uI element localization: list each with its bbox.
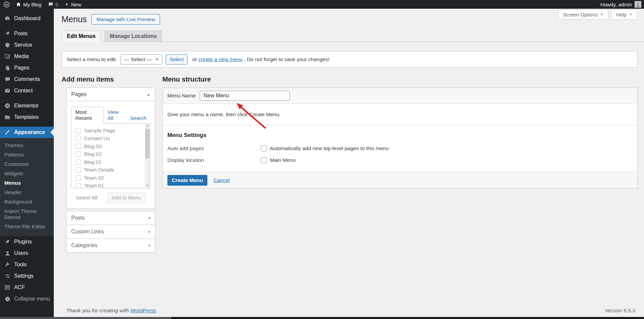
or-text: or xyxy=(192,56,197,62)
checkbox[interactable] xyxy=(76,175,81,181)
home-icon xyxy=(16,2,21,7)
add-menu-items-heading: Add menu items xyxy=(62,76,155,83)
appearance-submenu: Themes Patterns Customize Widgets Menus … xyxy=(0,138,54,236)
list-item: Blog 03 xyxy=(72,142,150,150)
sidebar-item-elementor[interactable]: Elementor xyxy=(0,100,54,111)
footer-thanks: Thank you for creating with WordPress. xyxy=(66,308,157,314)
tab-view-all[interactable]: View All xyxy=(104,107,126,123)
custom-links-panel-header[interactable]: Custom Links ▾ xyxy=(66,225,155,239)
wordpress-link[interactable]: WordPress xyxy=(130,308,156,313)
collapse-arrow-icon xyxy=(4,295,11,302)
envelope-icon xyxy=(4,87,11,94)
user-icon xyxy=(4,250,11,257)
menu-select-dropdown[interactable]: — Select — xyxy=(120,54,162,64)
wordpress-logo-icon[interactable]: W xyxy=(0,0,12,9)
sidebar-item-plugins[interactable]: Plugins xyxy=(0,236,54,247)
cancel-link[interactable]: Cancel xyxy=(213,177,230,183)
select-menu-button[interactable]: Select xyxy=(166,54,188,64)
page-title: Menus xyxy=(62,14,87,24)
sidebar-item-tools[interactable]: Tools xyxy=(0,259,54,270)
sidebar-item-media[interactable]: Media xyxy=(0,51,54,62)
sidebar-item-acf[interactable]: ACF xyxy=(0,282,54,293)
checkbox[interactable] xyxy=(76,144,81,149)
submenu-item-header[interactable]: Header xyxy=(0,188,54,197)
sidebar: Dashboard Posts Service Media Pages Comm… xyxy=(0,9,54,317)
main-content: Screen Options ▼ Help ▼ Menus Manage wit… xyxy=(54,9,644,317)
menu-select-bar: Select a menu to edit: — Select — Select… xyxy=(62,51,638,67)
tab-search[interactable]: Search xyxy=(126,113,150,123)
sidebar-item-posts[interactable]: Posts xyxy=(0,28,54,39)
submenu-item-themes[interactable]: Themes xyxy=(0,141,54,150)
submenu-item-theme-file-editor[interactable]: Theme File Editor xyxy=(0,222,54,231)
scrollbar[interactable]: ▲ ▼ xyxy=(145,124,150,188)
acf-table-icon xyxy=(4,284,11,291)
scroll-down-icon[interactable]: ▼ xyxy=(145,183,150,188)
posts-panel-header[interactable]: Posts ▾ xyxy=(66,211,155,225)
tab-manage-locations[interactable]: Manage Locations xyxy=(105,31,162,42)
chevron-up-icon: ▲ xyxy=(147,92,150,96)
auto-add-pages-checkbox-label: Automatically add new top-level pages to… xyxy=(270,145,389,151)
admin-bar-comments[interactable]: 0 xyxy=(45,0,62,9)
auto-add-pages-checkbox[interactable] xyxy=(261,145,267,151)
menu-helper-text: Give your menu a name, then click Create… xyxy=(163,104,637,125)
manage-live-preview-button[interactable]: Manage with Live Preview xyxy=(91,14,160,25)
screen-options-button[interactable]: Screen Options ▼ xyxy=(558,9,608,19)
sidebar-item-users[interactable]: Users xyxy=(0,247,54,259)
sidebar-item-templates[interactable]: Templates xyxy=(0,111,54,123)
submenu-item-patterns[interactable]: Patterns xyxy=(0,150,54,160)
chevron-down-icon: ▼ xyxy=(600,13,603,16)
sidebar-item-pages[interactable]: Pages xyxy=(0,62,54,74)
categories-panel-header[interactable]: Categories ▾ xyxy=(66,238,155,253)
submenu-item-customize[interactable]: Customize xyxy=(0,160,54,169)
checkbox[interactable] xyxy=(76,183,81,188)
checkbox[interactable] xyxy=(76,160,81,165)
sidebar-item-service[interactable]: Service xyxy=(0,39,54,51)
checkbox[interactable] xyxy=(76,128,81,133)
checkbox[interactable] xyxy=(76,136,81,141)
submenu-item-widgets[interactable]: Widgets xyxy=(0,169,54,178)
checkbox[interactable] xyxy=(76,151,81,157)
sidebar-item-dashboard[interactable]: Dashboard xyxy=(0,13,54,24)
scroll-up-icon[interactable]: ▲ xyxy=(145,124,150,128)
chevron-down-icon: ▾ xyxy=(148,243,150,248)
active-menu-arrow xyxy=(50,129,54,136)
menu-structure-box: Menu Name Give your menu a name, then cl… xyxy=(162,88,638,188)
folder-icon xyxy=(4,114,11,121)
dashboard-icon xyxy=(4,15,11,22)
pages-panel: Pages ▲ Most Recent View All Search Samp… xyxy=(66,88,155,209)
chevron-down-icon: ▾ xyxy=(148,216,150,220)
create-menu-button[interactable]: Create Menu xyxy=(167,175,207,186)
add-to-menu-button[interactable]: Add to Menu xyxy=(107,192,146,203)
admin-bar-new-button[interactable]: + New xyxy=(62,0,85,9)
submenu-item-import-theme-demos[interactable]: Import Theme Demos xyxy=(0,207,54,222)
select-all-link[interactable]: Select All xyxy=(76,195,97,201)
bottom-window-edge xyxy=(0,317,644,319)
sidebar-item-comments[interactable]: Comments xyxy=(0,74,54,85)
media-icon xyxy=(4,53,11,60)
chevron-down-icon: ▼ xyxy=(629,13,632,16)
svg-text:W: W xyxy=(5,3,8,6)
sidebar-item-settings[interactable]: Settings xyxy=(0,270,54,282)
main-menu-checkbox[interactable] xyxy=(261,157,267,163)
avatar[interactable] xyxy=(635,1,641,8)
tab-most-recent[interactable]: Most Recent xyxy=(71,107,104,124)
tab-edit-menus[interactable]: Edit Menus xyxy=(62,31,101,42)
howdy-text[interactable]: Howdy, admin xyxy=(600,2,632,7)
plug-icon xyxy=(4,238,11,245)
submenu-item-background[interactable]: Background xyxy=(0,197,54,207)
scrollbar-thumb[interactable] xyxy=(145,129,150,158)
list-item: Team 02 xyxy=(72,174,150,182)
menu-structure-heading: Menu structure xyxy=(162,76,638,83)
sidebar-item-appearance[interactable]: Appearance xyxy=(0,127,54,138)
create-new-menu-link[interactable]: create a new menu xyxy=(198,56,243,62)
shield-icon xyxy=(4,42,11,48)
menu-name-input[interactable] xyxy=(200,91,290,101)
collapse-menu-button[interactable]: Collapse menu xyxy=(0,293,54,305)
checkbox[interactable] xyxy=(76,167,81,173)
admin-bar-site-name[interactable]: My Blog xyxy=(12,0,45,9)
submenu-item-menus[interactable]: Menus xyxy=(0,178,54,188)
main-menu-checkbox-label: Main Menu xyxy=(270,157,296,163)
help-button[interactable]: Help ▼ xyxy=(611,9,637,19)
pages-panel-header[interactable]: Pages ▲ xyxy=(67,88,155,101)
sidebar-item-contact[interactable]: Contact xyxy=(0,85,54,96)
